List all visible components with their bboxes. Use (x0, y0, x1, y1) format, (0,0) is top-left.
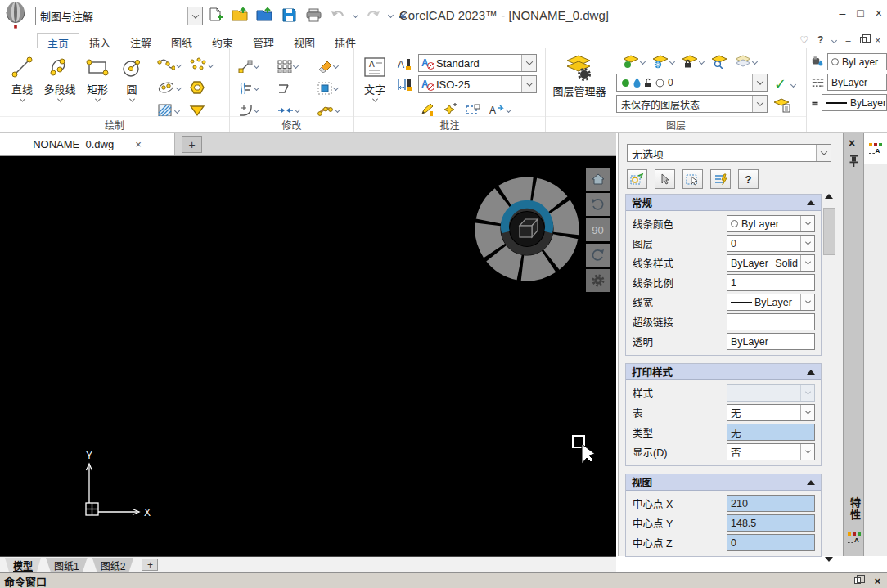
add-sheet-button[interactable]: + (142, 559, 158, 571)
workspace-selector[interactable]: 制图与注解 (35, 7, 203, 25)
erase-button[interactable] (317, 57, 353, 75)
active-layer-combo[interactable]: 0 (616, 74, 768, 92)
layer-on-dropdown-icon[interactable] (640, 58, 646, 64)
scroll-down-icon[interactable] (825, 557, 833, 562)
rotate-cw-button[interactable] (586, 244, 610, 267)
ellipse-button[interactable] (157, 79, 181, 97)
move-dropdown-icon[interactable] (254, 63, 259, 69)
printstyle-table-combo[interactable]: 无 (727, 404, 815, 421)
layer-state-manager-button[interactable] (774, 97, 790, 114)
line-dropdown-icon[interactable] (19, 97, 25, 102)
hatch-dropdown-icon[interactable] (174, 107, 180, 113)
select-window-button[interactable] (682, 169, 703, 189)
circle-dropdown-icon[interactable] (128, 97, 134, 102)
select-entities-button[interactable] (627, 169, 647, 189)
rotate-ccw-button[interactable] (586, 193, 610, 216)
quick-select-button[interactable] (710, 169, 731, 189)
scroll-thumb[interactable] (823, 208, 835, 255)
rectangle-dropdown-icon[interactable] (94, 97, 100, 102)
ellipse-dropdown-icon[interactable] (176, 84, 182, 90)
palette-close-button[interactable]: × (849, 137, 855, 150)
lineweight-combo[interactable]: ByLayer (727, 294, 815, 311)
new-file-button[interactable] (206, 5, 224, 25)
chevron-down-icon[interactable] (752, 96, 767, 112)
section-general-header[interactable]: 常规 (626, 195, 821, 211)
command-window-bar[interactable]: 命令窗口 × (0, 572, 887, 588)
chevron-down-icon[interactable] (800, 216, 814, 231)
hyperlink-input[interactable] (727, 313, 815, 330)
palette-scrollbar[interactable] (822, 194, 836, 562)
layer-combo[interactable]: 0 (727, 235, 815, 252)
document-tab[interactable]: NONAME_0.dwg × (0, 133, 175, 155)
polygon-button[interactable] (189, 79, 213, 97)
spline-button[interactable] (157, 56, 181, 74)
chevron-down-icon[interactable] (800, 405, 814, 420)
extend-button[interactable] (277, 79, 313, 97)
wheel-settings-button[interactable] (586, 269, 610, 292)
pattern-button[interactable] (277, 57, 313, 75)
minimize-button[interactable]: – (840, 7, 846, 20)
section-printstyle-header[interactable]: 打印样式 (626, 364, 821, 380)
entity-linestyle-combo[interactable]: ByLayer (827, 74, 887, 91)
undo-dropdown-icon[interactable] (353, 11, 358, 17)
text-direction-dropdown-icon[interactable] (506, 106, 511, 112)
pattern-dropdown-icon[interactable] (293, 63, 299, 69)
chevron-down-icon[interactable] (800, 255, 814, 271)
help-button[interactable]: ? (817, 34, 823, 46)
chevron-down-icon[interactable] (800, 236, 814, 251)
dim-style-combo[interactable]: AISO-25 (418, 75, 537, 93)
properties-palette-tab[interactable]: A (864, 133, 887, 164)
polyline-dropdown-icon[interactable] (56, 97, 62, 102)
maximize-button[interactable]: □ (857, 7, 863, 20)
tab-annotate[interactable]: 注解 (120, 33, 161, 48)
sheet-tab-sheet1[interactable]: 图纸1 (46, 558, 88, 572)
navigation-wheel[interactable] (475, 177, 579, 281)
erase-dropdown-icon[interactable] (333, 63, 339, 69)
linescale-input[interactable]: 1 (727, 274, 815, 291)
layer-lock-dropdown-icon[interactable] (699, 58, 705, 64)
entity-lineweight-combo[interactable]: ByLayer (822, 94, 887, 111)
printstyle-display-combo[interactable]: 否 (727, 443, 815, 460)
layer-lock-button[interactable] (682, 52, 704, 70)
chevron-down-icon[interactable] (800, 444, 814, 460)
entity-color-combo[interactable]: ByLayer (827, 53, 887, 70)
print-button[interactable] (304, 5, 322, 25)
section-view-header[interactable]: 视图 (626, 474, 821, 491)
doc-minimize-button[interactable]: – (845, 35, 850, 45)
save-button[interactable] (280, 5, 298, 25)
center-x-input[interactable]: 210 (727, 495, 815, 512)
split-dropdown-icon[interactable] (254, 85, 259, 91)
layer-states-dropdown-icon[interactable] (752, 58, 758, 64)
linestyle-combo[interactable]: ByLayer Solid (727, 254, 815, 272)
open-file-button[interactable] (231, 5, 249, 25)
selection-combo[interactable]: 无选项 (627, 144, 831, 162)
redo-button[interactable] (364, 5, 382, 25)
ring-dropdown-icon[interactable] (333, 85, 339, 91)
text-format-brush-button[interactable]: A (397, 55, 413, 73)
split-button[interactable] (238, 79, 272, 97)
printstyle-type-field[interactable]: 无 (727, 424, 815, 441)
layer-freeze-dropdown-icon[interactable] (669, 58, 675, 64)
tab-manage[interactable]: 管理 (243, 33, 284, 48)
check-dropdown-icon[interactable] (790, 81, 796, 87)
line-color-combo[interactable]: ByLayer (727, 215, 815, 232)
tab-view[interactable]: 视图 (284, 33, 325, 48)
layer-find-button[interactable] (711, 52, 727, 70)
undo-button[interactable] (329, 5, 347, 25)
favorite-heart-icon[interactable]: ♡ (799, 34, 808, 46)
tab-addins[interactable]: 插件 (325, 33, 366, 48)
chevron-down-icon[interactable] (187, 7, 202, 25)
point-dropdown-icon[interactable] (208, 61, 214, 67)
text-dropdown-icon[interactable] (371, 97, 377, 102)
text-width-brush-button[interactable] (397, 75, 413, 93)
tab-constraints[interactable]: 约束 (202, 33, 243, 48)
layer-freeze-button[interactable] (652, 52, 674, 70)
edit-grips-dropdown-icon[interactable] (335, 107, 340, 113)
close-button[interactable]: × (876, 7, 882, 20)
deselect-button[interactable] (655, 169, 675, 189)
doc-restore-icon[interactable] (860, 37, 867, 43)
layer-on-button[interactable] (623, 52, 645, 70)
center-z-input[interactable]: 0 (727, 534, 815, 551)
scroll-up-icon[interactable] (825, 194, 833, 199)
tab-home[interactable]: 主页 (37, 33, 79, 48)
